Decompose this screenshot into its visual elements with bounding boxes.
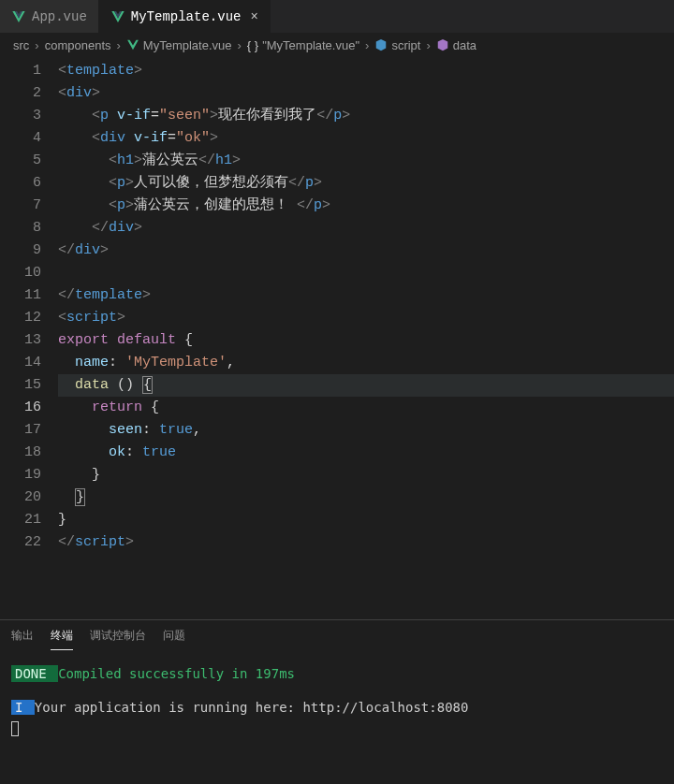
code-line: </template> bbox=[58, 284, 674, 307]
code-editor[interactable]: 1 2 3 4 5 6 7 8 9 10 11 12 13 14 15 16 1… bbox=[0, 56, 674, 619]
code-content[interactable]: <template> <div> <p v-if="seen">现在你看到我了<… bbox=[58, 56, 674, 619]
tab-label: App.vue bbox=[32, 9, 87, 24]
code-line: } bbox=[58, 464, 674, 486]
code-line: <script> bbox=[58, 307, 674, 329]
code-line-active: data () { bbox=[58, 374, 674, 397]
panel-tab-output[interactable]: 输出 bbox=[11, 628, 34, 650]
code-line: <div v-if="ok"> bbox=[58, 127, 674, 150]
info-badge: I bbox=[11, 700, 35, 715]
terminal-line: I Your application is running here: http… bbox=[11, 697, 663, 718]
code-line: return { bbox=[58, 397, 674, 419]
breadcrumb-item[interactable]: src bbox=[13, 38, 29, 52]
vue-icon bbox=[110, 9, 125, 24]
code-line: <p>人可以傻，但梦想必须有</p> bbox=[58, 172, 674, 195]
code-line: } bbox=[58, 509, 674, 531]
tab-app-vue[interactable]: App.vue bbox=[0, 0, 99, 33]
code-line: ok: true bbox=[58, 442, 674, 464]
breadcrumb[interactable]: src › components › MyTemplate.vue › { } … bbox=[0, 34, 674, 56]
code-line bbox=[58, 262, 674, 284]
tab-mytemplate-vue[interactable]: MyTemplate.vue × bbox=[99, 0, 271, 33]
editor-tabs: App.vue MyTemplate.vue × bbox=[0, 0, 674, 34]
chevron-right-icon: › bbox=[117, 38, 121, 52]
vue-icon bbox=[11, 9, 26, 24]
chevron-right-icon: › bbox=[365, 38, 369, 52]
cube-icon bbox=[436, 38, 449, 51]
vue-icon bbox=[126, 38, 139, 51]
chevron-right-icon: › bbox=[238, 38, 242, 52]
panel-tab-terminal[interactable]: 终端 bbox=[51, 628, 73, 650]
panel-tab-problems[interactable]: 问题 bbox=[163, 628, 185, 650]
tab-label: MyTemplate.vue bbox=[131, 9, 242, 24]
code-line: <template> bbox=[58, 60, 674, 82]
terminal-cursor bbox=[11, 718, 663, 738]
breadcrumb-item[interactable]: components bbox=[45, 38, 111, 52]
close-icon[interactable]: × bbox=[250, 9, 257, 24]
code-line: name: 'MyTemplate', bbox=[58, 352, 674, 374]
code-line: <p v-if="seen">现在你看到我了</p> bbox=[58, 105, 674, 127]
cube-icon bbox=[374, 38, 388, 51]
done-badge: DONE bbox=[11, 665, 58, 682]
line-number-gutter: 1 2 3 4 5 6 7 8 9 10 11 12 13 14 15 16 1… bbox=[0, 56, 58, 619]
code-line: </div> bbox=[58, 240, 674, 262]
chevron-right-icon: › bbox=[35, 38, 38, 52]
code-line: <p>蒲公英云，创建的思想！ </p> bbox=[58, 195, 674, 217]
code-line: </script> bbox=[58, 531, 674, 554]
breadcrumb-item[interactable]: data bbox=[453, 38, 476, 52]
breadcrumb-item[interactable]: "MyTemplate.vue" bbox=[262, 38, 359, 52]
chevron-right-icon: › bbox=[426, 38, 430, 52]
code-line: seen: true, bbox=[58, 419, 674, 442]
code-line: </div> bbox=[58, 217, 674, 240]
breadcrumb-item[interactable]: MyTemplate.vue bbox=[143, 38, 232, 52]
panel-tab-debug[interactable]: 调试控制台 bbox=[90, 628, 146, 650]
code-line: export default { bbox=[58, 329, 674, 352]
braces-icon: { } bbox=[247, 38, 258, 52]
breadcrumb-item[interactable]: script bbox=[391, 38, 420, 52]
code-line: <div> bbox=[58, 82, 674, 105]
bottom-panel: 输出 终端 调试控制台 问题 DONE Compiled successfull… bbox=[0, 619, 674, 784]
code-line: <h1>蒲公英云</h1> bbox=[58, 150, 674, 172]
code-line: } bbox=[58, 486, 674, 509]
panel-tabs: 输出 终端 调试控制台 问题 bbox=[0, 620, 674, 650]
terminal-output[interactable]: DONE Compiled successfully in 197ms I Yo… bbox=[0, 650, 674, 784]
terminal-line: DONE Compiled successfully in 197ms bbox=[11, 663, 663, 684]
